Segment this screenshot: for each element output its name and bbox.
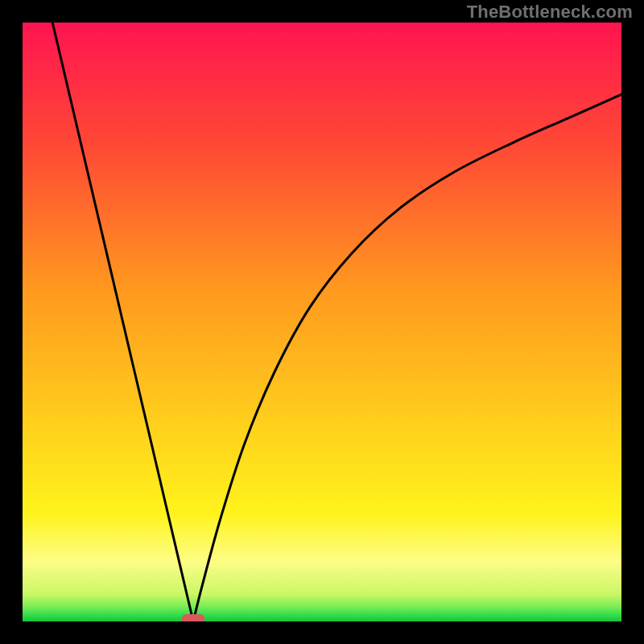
chart-svg	[23, 23, 621, 621]
minimum-marker	[182, 614, 204, 621]
watermark-text: TheBottleneck.com	[467, 2, 633, 23]
chart-plot-area	[23, 23, 621, 621]
outer-frame: TheBottleneck.com	[0, 0, 644, 644]
gradient-background	[23, 23, 621, 621]
